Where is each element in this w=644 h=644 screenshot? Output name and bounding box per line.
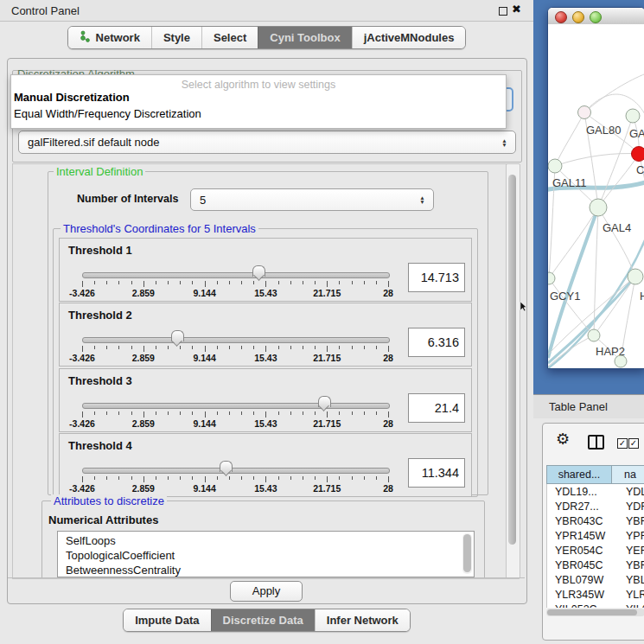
network-node[interactable] xyxy=(548,272,555,284)
slider-ticks xyxy=(82,281,388,288)
network-node[interactable] xyxy=(590,199,607,216)
network-node[interactable] xyxy=(588,329,600,341)
apply-row: Apply xyxy=(8,577,525,603)
table-row[interactable]: YLR345WYLR3 xyxy=(547,587,644,602)
cell-name: YBL0 xyxy=(620,574,644,586)
network-edge xyxy=(555,112,584,166)
node-table: shared... na YDL19...YDL1YDR27...YDR2YBR… xyxy=(546,465,644,608)
network-node[interactable] xyxy=(632,147,644,162)
network-canvas[interactable]: GAL80GACGAL11GAL4GCY1HHAP2 xyxy=(548,24,644,368)
network-window-titlebar[interactable] xyxy=(548,8,644,25)
network-node[interactable] xyxy=(548,159,562,173)
table-row[interactable]: YIL052CYIL0 xyxy=(547,602,644,608)
tab-group: Network Style Select Cyni Toolbox jActiv… xyxy=(67,26,467,49)
node-label: GA xyxy=(629,127,644,140)
checkbox-icon[interactable]: ✓ xyxy=(617,438,628,449)
tab-discretize-data[interactable]: Discretize Data xyxy=(211,609,315,631)
listbox-scrollbar[interactable] xyxy=(462,533,472,574)
checkbox-icon[interactable]: ✓ xyxy=(628,438,639,449)
threshold-label: Threshold 1 xyxy=(68,244,132,257)
table-data-combobox[interactable]: galFiltered.sif default node ▲▼ xyxy=(18,131,516,154)
tab-cyni-toolbox[interactable]: Cyni Toolbox xyxy=(258,27,351,48)
threshold-value-field[interactable] xyxy=(408,458,465,488)
threshold-slider-track[interactable] xyxy=(82,337,390,343)
zoom-traffic-light-icon[interactable] xyxy=(590,11,602,23)
tab-impute-data[interactable]: Impute Data xyxy=(124,609,210,631)
threshold-value-field[interactable] xyxy=(408,328,465,357)
control-panel-titlebar: Control Panel ✖ xyxy=(0,0,533,22)
table-row[interactable]: YPR145WYPR1 xyxy=(547,528,644,543)
number-of-intervals-combobox[interactable]: 5 ▲▼ xyxy=(190,188,434,211)
popup-option-manual-discretization[interactable]: Manual Discretization xyxy=(14,91,130,104)
network-node[interactable] xyxy=(626,109,640,123)
table-header-row: shared... na xyxy=(546,465,644,484)
table-horizontal-scrollbar[interactable] xyxy=(546,609,644,616)
threshold-slider-track[interactable] xyxy=(82,272,390,278)
cell-shared-name: YBR045C xyxy=(547,559,620,571)
split-view-icon[interactable] xyxy=(588,435,604,450)
threshold-slider-track[interactable] xyxy=(82,468,390,474)
attribute-list-item[interactable]: TopologicalCoefficient xyxy=(58,548,474,563)
control-panel-tabbar: Network Style Select Cyni Toolbox jActiv… xyxy=(0,26,533,50)
cell-name: YPR1 xyxy=(620,530,644,542)
tab-style[interactable]: Style xyxy=(151,27,201,48)
threshold-slider-handle[interactable] xyxy=(252,265,265,277)
table-row[interactable]: YDL19...YDL1 xyxy=(547,484,644,499)
threshold-slider-handle[interactable] xyxy=(318,396,331,407)
close-traffic-light-icon[interactable] xyxy=(555,11,567,23)
table-panel-inner: ⚙ ✓ ✓ shared... na YDL19...YDL1YDR27...Y… xyxy=(542,423,644,641)
scrollbar-thumb[interactable] xyxy=(547,609,637,615)
tab-jactivemnodules[interactable]: jActiveMNodules xyxy=(352,27,466,48)
scrollbar-thumb[interactable] xyxy=(508,175,516,545)
cell-shared-name: YER054C xyxy=(547,545,620,557)
threshold-value-field[interactable] xyxy=(408,393,465,423)
scrollbar-thumb[interactable] xyxy=(463,534,471,572)
network-node[interactable] xyxy=(578,106,591,119)
settings-vertical-scrollbar[interactable] xyxy=(506,163,520,579)
threshold-slider-track[interactable] xyxy=(82,403,390,409)
table-row[interactable]: YDR27...YDR2 xyxy=(547,499,644,513)
network-node[interactable] xyxy=(628,269,643,284)
tab-label: jActiveMNodules xyxy=(364,31,455,44)
numerical-attributes-listbox[interactable]: SelfLoopsTopologicalCoefficientBetweenne… xyxy=(57,531,475,577)
attribute-list-item[interactable]: BetweennessCentrality xyxy=(58,563,474,577)
network-edge xyxy=(598,154,639,207)
threshold-value-field[interactable] xyxy=(408,263,465,292)
threshold-slider-handle[interactable] xyxy=(171,330,184,341)
minimize-traffic-light-icon[interactable] xyxy=(572,11,584,23)
slider-ticks xyxy=(82,411,388,418)
numerical-attributes-title: Numerical Attributes xyxy=(48,513,158,526)
network-node[interactable] xyxy=(615,355,627,367)
threshold-row: Threshold 4-3.4262.8599.14415.4321.71528 xyxy=(59,433,472,497)
threshold-coordinates-legend: Threshold's Coordinates for 5 Intervals xyxy=(61,222,258,235)
panel-title: Control Panel xyxy=(11,4,80,17)
attribute-list-item[interactable]: SelfLoops xyxy=(58,532,474,548)
table-row[interactable]: YBR043CYBR0 xyxy=(547,513,644,528)
node-label: GCY1 xyxy=(550,290,580,303)
tab-network[interactable]: Network xyxy=(68,27,151,48)
column-header-name[interactable]: na xyxy=(612,466,644,483)
attribute-items: SelfLoopsTopologicalCoefficientBetweenne… xyxy=(58,532,474,577)
float-window-icon[interactable] xyxy=(499,7,507,16)
threshold-slider-handle[interactable] xyxy=(220,461,233,472)
network-edge xyxy=(598,207,635,277)
slider-tick-labels: -3.4262.8599.14415.4321.71528 xyxy=(82,353,388,363)
column-header-shared-name[interactable]: shared... xyxy=(547,466,612,483)
table-panel-body: ⚙ ✓ ✓ shared... na YDL19...YDL1YDR27...Y… xyxy=(533,418,644,644)
gear-icon[interactable]: ⚙ xyxy=(556,430,570,449)
table-rows: YDL19...YDL1YDR27...YDR2YBR043CYBR0YPR14… xyxy=(546,484,644,608)
tab-select[interactable]: Select xyxy=(201,27,258,48)
popup-option-equal-width[interactable]: Equal Width/Frequency Discretization xyxy=(14,107,201,120)
network-view-window: GAL80GACGAL11GAL4GCY1HHAP2 xyxy=(547,7,644,369)
table-row[interactable]: YBL079WYBL0 xyxy=(547,572,644,587)
tab-label: Discretize Data xyxy=(223,614,303,627)
apply-button[interactable]: Apply xyxy=(230,581,303,602)
combo-spinner-icon: ▲▼ xyxy=(418,195,427,204)
node-label: GAL11 xyxy=(552,176,587,189)
close-icon[interactable]: ✖ xyxy=(512,3,521,16)
threshold-label: Threshold 3 xyxy=(68,374,132,387)
table-row[interactable]: YER054CYER0 xyxy=(547,543,644,558)
tab-infer-network[interactable]: Infer Network xyxy=(315,609,410,631)
tab-label: Infer Network xyxy=(327,614,399,627)
table-row[interactable]: YBR045CYBR0 xyxy=(547,558,644,572)
